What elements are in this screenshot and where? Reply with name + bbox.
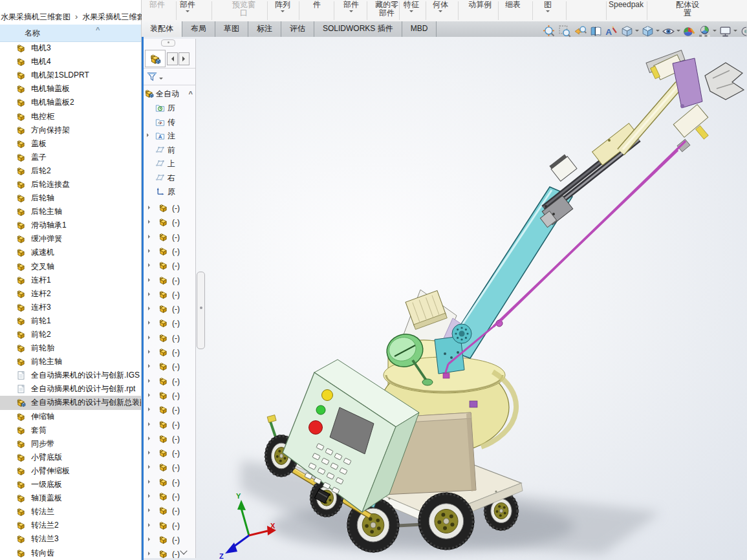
tree-root-assembly[interactable]: 全自动 ^ xyxy=(144,87,195,100)
tab-featuremanager[interactable] xyxy=(145,50,166,67)
previous-view-icon[interactable] xyxy=(574,25,587,38)
file-row[interactable]: 前轮1 xyxy=(0,314,141,328)
tree-component-row[interactable]: (-) xyxy=(144,332,195,345)
dropdown-arrow-icon[interactable] xyxy=(186,10,189,14)
tree-component-row[interactable]: (-) xyxy=(144,519,195,532)
file-row[interactable]: 转法兰3 xyxy=(0,532,141,546)
file-row[interactable]: 连杆2 xyxy=(0,287,141,301)
button-red[interactable] xyxy=(309,421,323,435)
file-row[interactable]: 盖板 xyxy=(0,137,141,151)
file-row[interactable]: 方向保持架 xyxy=(0,124,141,137)
tree-item-前[interactable]: 前 xyxy=(144,144,195,156)
tree-component-row[interactable]: (-) xyxy=(144,533,195,546)
ribbon-button[interactable]: 特征 xyxy=(404,1,419,14)
tree-component-row[interactable]: (-) xyxy=(144,317,195,330)
expand-arrow-icon[interactable] xyxy=(148,350,152,354)
tree-component-row[interactable]: (-) xyxy=(144,490,195,503)
wheel[interactable] xyxy=(418,493,474,550)
tab-SOLIDWORKS 插件[interactable]: SOLIDWORKS 插件 xyxy=(314,21,402,37)
expand-arrow-icon[interactable] xyxy=(148,436,152,440)
tree-component-row[interactable]: (-) xyxy=(144,360,195,373)
ribbon-button[interactable]: 件 xyxy=(313,1,321,9)
dropdown-arrow-icon[interactable] xyxy=(546,10,550,14)
tab-草图[interactable]: 草图 xyxy=(215,21,248,37)
file-row[interactable]: 小臂伸缩板 xyxy=(0,464,141,478)
expand-arrow-icon[interactable] xyxy=(148,407,152,411)
expand-arrow-icon[interactable] xyxy=(148,206,152,210)
tree-component-row[interactable]: (-) xyxy=(144,461,195,474)
tree-component-row[interactable]: (-) xyxy=(144,346,195,359)
file-row[interactable]: 电控柜 xyxy=(0,109,141,123)
tree-component-row[interactable]: (-) xyxy=(144,404,195,416)
tree-component-row[interactable]: (-) xyxy=(144,303,195,316)
ribbon-button[interactable]: 何体 xyxy=(433,1,448,14)
ribbon-button[interactable]: 部件 xyxy=(180,1,195,14)
tree-component-row[interactable]: (-) xyxy=(144,504,195,517)
file-row[interactable]: 全自动摘果机的设计与创新.rpt xyxy=(0,382,141,396)
tree-item-原[interactable]: 原 xyxy=(144,185,195,198)
dropdown-arrow-icon[interactable] xyxy=(281,10,285,14)
file-row[interactable]: 减速机 xyxy=(0,246,141,259)
file-row[interactable]: 电机4 xyxy=(0,55,141,69)
file-row[interactable]: 电机3 xyxy=(0,41,141,55)
panel-tab-scroll-right[interactable] xyxy=(179,52,189,65)
ribbon-button[interactable]: 部件 xyxy=(149,1,165,9)
ribbon-button[interactable]: 藏的零部件 xyxy=(375,1,398,17)
panel-tab-scroll-left[interactable] xyxy=(167,52,178,65)
tree-component-row[interactable]: (-) xyxy=(144,288,195,301)
expand-arrow-icon[interactable] xyxy=(148,307,152,310)
tree-component-row[interactable]: (-) xyxy=(144,245,195,258)
tree-component-row[interactable]: (-) xyxy=(144,433,195,446)
expand-arrow-icon[interactable] xyxy=(148,321,152,325)
tree-component-row[interactable]: (-) xyxy=(144,418,195,431)
tree-component-row[interactable]: (-) xyxy=(144,216,195,229)
tree-item-注[interactable]: 注 xyxy=(144,129,195,142)
tree-component-row[interactable]: (-) xyxy=(144,389,195,402)
lift-arm[interactable] xyxy=(435,50,744,378)
dropdown-arrow-icon[interactable] xyxy=(438,10,442,14)
file-row[interactable]: 电机架1SLDPRT xyxy=(0,69,141,82)
tree-component-row[interactable]: (-) xyxy=(144,259,195,272)
expand-arrow-icon[interactable] xyxy=(148,552,152,555)
breadcrumb-folder-current[interactable]: 水果采摘机三维套 xyxy=(82,12,142,21)
gripper-head[interactable] xyxy=(646,50,744,140)
tree-item-右[interactable]: 右 xyxy=(144,171,195,184)
dropdown-arrow-icon[interactable] xyxy=(349,10,353,14)
tab-评估[interactable]: 评估 xyxy=(281,21,314,37)
file-row[interactable]: 前轮主轴 xyxy=(0,355,141,369)
tree-component-row[interactable]: (-) xyxy=(144,375,195,388)
dropdown-arrow-icon[interactable] xyxy=(733,30,737,34)
tree-component-row[interactable]: (-) xyxy=(144,548,195,558)
rail-motor-box[interactable] xyxy=(549,154,577,181)
display-style-icon[interactable] xyxy=(641,25,655,38)
zoom-to-fit-icon[interactable] xyxy=(543,25,556,38)
expand-arrow-icon[interactable] xyxy=(147,133,151,137)
expand-arrow-icon[interactable] xyxy=(148,494,152,498)
file-row[interactable]: 缓冲弹簧 xyxy=(0,232,141,246)
file-row[interactable]: 后轮主轴 xyxy=(0,205,141,219)
tab-布局[interactable]: 布局 xyxy=(182,21,215,37)
breadcrumb-folder[interactable]: 水果采摘机三维套图 xyxy=(1,12,70,21)
expand-arrow-icon[interactable] xyxy=(148,393,152,397)
file-row[interactable]: 同步带 xyxy=(0,437,141,451)
expand-arrow-icon[interactable] xyxy=(148,379,152,383)
dropdown-arrow-icon[interactable] xyxy=(713,30,717,34)
file-row[interactable]: 后轮2 xyxy=(0,164,141,178)
ribbon-button[interactable]: 动算例 xyxy=(468,1,492,9)
hide-show-items-icon[interactable] xyxy=(662,25,675,38)
file-row[interactable]: 连杆3 xyxy=(0,301,141,314)
expand-arrow-icon[interactable] xyxy=(148,465,152,469)
dropdown-arrow-icon[interactable] xyxy=(635,30,639,34)
expand-arrow-icon[interactable] xyxy=(148,235,152,239)
panel-collapse-handle[interactable] xyxy=(161,39,175,47)
dropdown-arrow-icon[interactable] xyxy=(656,30,660,34)
section-view-icon[interactable] xyxy=(589,25,603,38)
expand-arrow-icon[interactable] xyxy=(148,249,152,253)
ribbon-button[interactable]: 部件 xyxy=(343,1,359,14)
file-row[interactable]: 滑动轴承1 xyxy=(0,219,141,232)
file-row[interactable]: 前轮胎 xyxy=(0,341,141,355)
expand-arrow-icon[interactable] xyxy=(148,336,152,339)
zoom-to-area-icon[interactable] xyxy=(558,25,572,38)
graphics-viewport[interactable]: Y X Z xyxy=(141,37,747,560)
expand-arrow-icon[interactable] xyxy=(148,220,152,224)
